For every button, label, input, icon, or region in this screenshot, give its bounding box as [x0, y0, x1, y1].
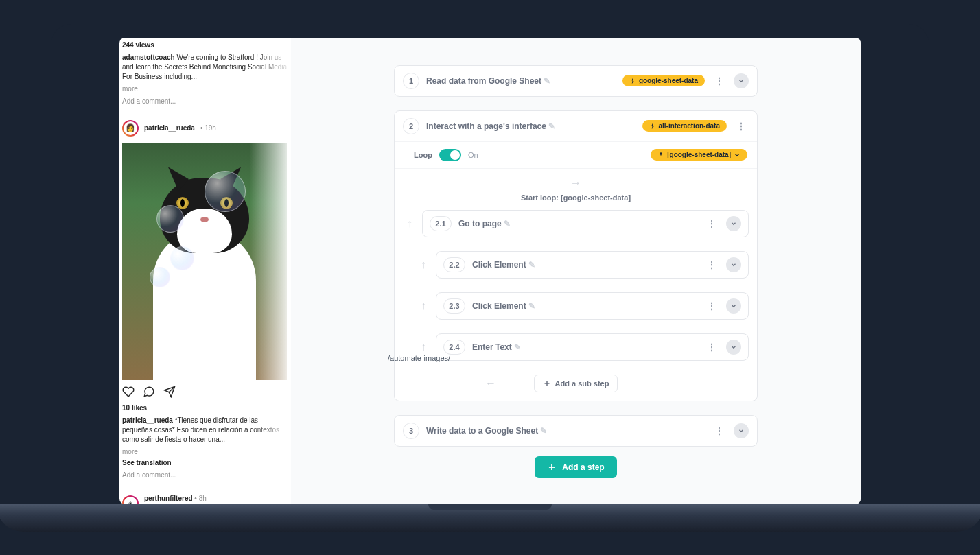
more-icon[interactable]: ⋮: [704, 218, 719, 229]
add-step-button[interactable]: Add a step: [535, 456, 616, 478]
substep-title: Click Element ✎: [472, 260, 697, 270]
substep-number: 2.2: [443, 257, 465, 272]
data-badge[interactable]: google-sheet-data: [622, 75, 705, 86]
likes-count[interactable]: 10 likes: [122, 403, 288, 413]
move-up-icon[interactable]: ↑: [417, 300, 430, 312]
loop-body: → Start loop: [google-sheet-data] ↑ 2.1 …: [395, 168, 757, 401]
step-title: Read data from Google Sheet ✎: [426, 76, 616, 86]
edit-icon[interactable]: ✎: [548, 121, 555, 131]
substep-card: 2.1 Go to page ✎ ⋮: [422, 210, 749, 237]
username-link[interactable]: perthunfiltered: [144, 495, 193, 502]
move-up-icon[interactable]: ↑: [417, 259, 430, 271]
path-overlay-text: /automate-images/: [388, 354, 450, 362]
social-feed-panel: 244 views adamstottcoach We're coming to…: [119, 38, 291, 504]
views-count: 244 views: [122, 40, 291, 50]
more-link[interactable]: more: [122, 84, 291, 94]
substep-number: 2.3: [443, 298, 465, 314]
loop-start-title: Start loop: [google-sheet-data]: [403, 193, 749, 202]
expand-button[interactable]: [726, 298, 741, 314]
post-timestamp: • 19h: [200, 123, 216, 133]
comment-icon[interactable]: [143, 386, 155, 398]
move-up-icon[interactable]: ↑: [403, 217, 417, 230]
edit-icon[interactable]: ✎: [528, 301, 535, 311]
substep-card: 2.3 Click Element ✎ ⋮: [436, 292, 749, 320]
automation-builder: 1 Read data from Google Sheet ✎ google-s…: [291, 38, 861, 504]
avatar[interactable]: 👩: [122, 120, 139, 137]
expand-button[interactable]: [726, 257, 741, 272]
more-icon[interactable]: ⋮: [704, 259, 719, 270]
like-icon[interactable]: [122, 386, 135, 398]
step-title: Write data to a Google Sheet ✎: [426, 426, 705, 436]
substep-title: Click Element ✎: [472, 301, 697, 311]
toggle-state: On: [468, 151, 644, 159]
step-card-3: 3 Write data to a Google Sheet ✎ ⋮: [394, 415, 758, 447]
edit-icon[interactable]: ✎: [514, 342, 521, 352]
arrow-left-icon: ←: [485, 377, 496, 390]
feed-post-top: 244 views adamstottcoach We're coming to…: [119, 38, 291, 112]
laptop-mockup: 244 views adamstottcoach We're coming to…: [51, 24, 929, 532]
step-title: Interact with a page's interface ✎: [426, 121, 635, 131]
feed-post-bottom: ◉ perthunfiltered • 8h Original audio: [119, 486, 291, 504]
edit-icon[interactable]: ✎: [504, 219, 511, 228]
substep-row: ↑ 2.4 Enter Text ✎ ⋮ /automate-images/: [403, 333, 749, 361]
username-link[interactable]: patricia__rueda: [144, 123, 195, 133]
substep-title: Enter Text ✎: [472, 342, 697, 352]
arrow-right-icon: →: [403, 177, 749, 189]
more-icon[interactable]: ⋮: [712, 75, 727, 86]
substep-number: 2.1: [430, 216, 452, 231]
more-icon[interactable]: ⋮: [704, 300, 719, 311]
laptop-base: [0, 504, 980, 532]
post-caption: adamstottcoach We're coming to Stratford…: [122, 53, 288, 82]
more-icon[interactable]: ⋮: [734, 121, 749, 132]
substep-card: 2.4 Enter Text ✎ ⋮: [436, 333, 749, 361]
move-up-icon[interactable]: ↑: [417, 341, 430, 353]
loop-toggle[interactable]: [439, 149, 461, 161]
add-substep-button[interactable]: Add a sub step: [534, 375, 618, 392]
see-translation-link[interactable]: See translation: [122, 458, 288, 468]
post-timestamp: • 8h: [194, 495, 206, 502]
step-card-2: 2 Interact with a page's interface ✎ all…: [394, 110, 758, 401]
add-comment-input[interactable]: Add a comment...: [122, 471, 288, 480]
post-image[interactable]: [122, 143, 287, 380]
avatar[interactable]: ◉: [122, 495, 139, 504]
loop-label: Loop: [414, 151, 432, 159]
step-number: 2: [403, 118, 419, 134]
edit-icon[interactable]: ✎: [540, 426, 547, 436]
loop-data-badge[interactable]: [google-sheet-data]: [651, 149, 747, 161]
substep-row: ↑ 2.3 Click Element ✎ ⋮: [403, 292, 749, 320]
substep-row: ↑ 2.1 Go to page ✎ ⋮: [403, 210, 749, 237]
edit-icon[interactable]: ✎: [528, 260, 535, 270]
step-number: 3: [403, 423, 419, 439]
expand-button[interactable]: [726, 340, 741, 355]
post-caption: patricia__rueda *Tienes que disfrutar de…: [122, 416, 288, 445]
add-comment-input[interactable]: Add a comment...: [122, 97, 288, 106]
expand-button[interactable]: [734, 423, 749, 438]
carousel-pager[interactable]: [196, 373, 213, 376]
more-icon[interactable]: ⋮: [704, 342, 719, 353]
substep-card: 2.2 Click Element ✎ ⋮: [436, 251, 749, 279]
step-number: 1: [403, 73, 419, 89]
step-card-1: 1 Read data from Google Sheet ✎ google-s…: [394, 65, 758, 97]
substep-number: 2.4: [443, 340, 465, 355]
feed-post-main: 👩 patricia__rueda • 19h: [119, 112, 291, 486]
substep-row: ↑ 2.2 Click Element ✎ ⋮: [403, 251, 749, 279]
more-link[interactable]: more: [122, 447, 291, 457]
data-badge[interactable]: all-interaction-data: [642, 120, 727, 132]
edit-icon[interactable]: ✎: [544, 76, 550, 86]
substep-title: Go to page ✎: [458, 219, 697, 228]
expand-button[interactable]: [726, 216, 741, 231]
more-icon[interactable]: ⋮: [712, 425, 727, 436]
share-icon[interactable]: [163, 386, 176, 398]
expand-button[interactable]: [734, 73, 749, 88]
